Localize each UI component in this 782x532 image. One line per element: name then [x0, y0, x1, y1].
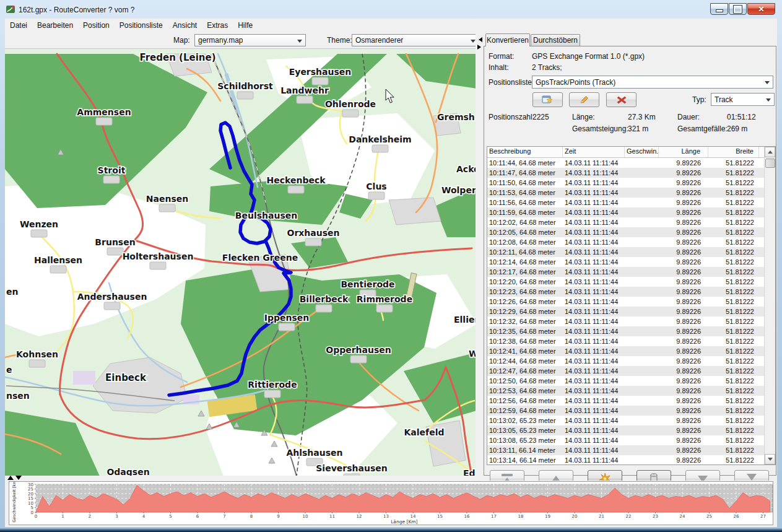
column-header[interactable]: Beschreibung	[487, 147, 563, 157]
delete-positionlist-button[interactable]	[606, 92, 636, 107]
table-row[interactable]: 10:12:38, 64.68 meter14.03.11 11:11:449.…	[487, 336, 775, 346]
column-header[interactable]: Länge	[659, 147, 708, 157]
village-marker	[29, 360, 45, 367]
svg-text:23: 23	[653, 514, 658, 519]
typ-label: Typ:	[692, 95, 706, 104]
scroll-down-button[interactable]	[765, 454, 775, 464]
map-place-label: Wi	[469, 349, 476, 359]
table-row[interactable]: 10:11:44, 64.68 meter14.03.11 11:11:449.…	[487, 158, 775, 168]
table-cell	[625, 326, 659, 336]
table-row[interactable]: 10:13:02, 65.23 meter14.03.11 11:11:449.…	[487, 416, 775, 425]
table-row[interactable]: 10:12:29, 64.68 meter14.03.11 11:11:449.…	[487, 307, 775, 316]
table-row[interactable]: 10:11:56, 64.68 meter14.03.11 11:11:449.…	[487, 198, 775, 207]
menu-bearbeiten[interactable]: Bearbeiten	[32, 20, 78, 31]
column-header[interactable]: Zeit	[563, 147, 625, 157]
table-cell: 51.81222	[708, 326, 759, 336]
menu-positionsliste[interactable]: Positionsliste	[115, 20, 168, 31]
vertical-splitter[interactable]	[476, 32, 483, 476]
table-row[interactable]: 10:12:41, 64.68 meter14.03.11 11:11:449.…	[487, 346, 775, 356]
positionszahl-value: 2225	[532, 113, 549, 121]
positions-table[interactable]: BeschreibungZeitGeschwin...LängeBreite 1…	[487, 146, 776, 465]
close-button[interactable]: ✕	[747, 3, 775, 15]
table-cell: 51.81222	[708, 267, 759, 277]
map-select[interactable]: germany.map	[194, 34, 306, 46]
arrow-down-icon	[768, 458, 773, 463]
table-cell: 9.89226	[659, 445, 708, 455]
table-cell: 9.89226	[659, 307, 708, 316]
rename-positionlist-button[interactable]	[569, 92, 599, 107]
laenge-label: Länge:	[572, 113, 595, 121]
menu-hilfe[interactable]: Hilfe	[233, 20, 258, 31]
table-row[interactable]: 10:12:47, 64.68 meter14.03.11 11:11:449.…	[487, 366, 775, 376]
table-cell: 10:12:17, 64.68 meter	[487, 267, 563, 277]
svg-text:10: 10	[28, 501, 33, 506]
table-row[interactable]: 10:12:35, 64.68 meter14.03.11 11:11:449.…	[487, 326, 775, 336]
table-cell	[625, 307, 659, 316]
table-row[interactable]: 10:12:44, 64.68 meter14.03.11 11:11:449.…	[487, 356, 775, 366]
table-row[interactable]: 10:12:14, 64.68 meter14.03.11 11:11:449.…	[487, 257, 775, 267]
table-row[interactable]: 10:12:08, 64.68 meter14.03.11 11:11:449.…	[487, 237, 775, 247]
table-row[interactable]: 10:13:08, 65.23 meter14.03.11 11:11:449.…	[487, 435, 775, 445]
map-place-label: Landwehr	[280, 85, 329, 95]
theme-select[interactable]: Osmarenderer	[352, 34, 479, 46]
collapse-down-icon[interactable]	[15, 476, 22, 480]
table-cell: 10:12:41, 64.68 meter	[487, 346, 563, 356]
typ-select[interactable]: Track	[711, 93, 775, 106]
table-row[interactable]: 10:12:32, 64.68 meter14.03.11 11:11:449.…	[487, 316, 775, 326]
table-row[interactable]: 10:12:11, 64.68 meter14.03.11 11:11:449.…	[487, 247, 775, 257]
table-row[interactable]: 10:12:59, 64.68 meter14.03.11 11:11:449.…	[487, 406, 775, 416]
svg-text:0: 0	[35, 514, 37, 519]
table-row[interactable]: 10:12:17, 64.68 meter14.03.11 11:11:449.…	[487, 267, 775, 277]
tab-konvertieren[interactable]: Konvertieren	[485, 33, 530, 46]
table-row[interactable]: 10:12:53, 64.68 meter14.03.11 11:11:449.…	[487, 386, 775, 396]
table-row[interactable]: 10:11:53, 64.68 meter14.03.11 11:11:449.…	[487, 188, 775, 198]
table-cell: 10:12:11, 64.68 meter	[487, 247, 563, 257]
menu-position[interactable]: Position	[78, 20, 115, 31]
table-row[interactable]: 10:12:56, 64.68 meter14.03.11 11:11:449.…	[487, 396, 775, 406]
minimize-button[interactable]	[710, 3, 728, 15]
table-row[interactable]: 10:11:47, 64.68 meter14.03.11 11:11:449.…	[487, 168, 775, 178]
table-row[interactable]: 10:12:20, 64.68 meter14.03.11 11:11:449.…	[487, 277, 775, 287]
map-place-label: Bentierode	[341, 279, 394, 289]
map-view[interactable]: Freden (Leine)SchildhorstEyershausenLand…	[5, 48, 476, 476]
table-row[interactable]: 10:12:26, 64.68 meter14.03.11 11:11:449.…	[487, 297, 775, 307]
tab-durchstoebern[interactable]: Durchstöbern	[531, 34, 580, 46]
table-row[interactable]: 10:13:05, 65.23 meter14.03.11 11:11:449.…	[487, 425, 775, 435]
table-cell: 14.03.11 11:11:44	[563, 267, 625, 277]
table-row[interactable]: 10:11:50, 64.68 meter14.03.11 11:11:449.…	[487, 178, 775, 188]
table-cell	[625, 178, 659, 188]
column-header[interactable]: Breite	[708, 147, 759, 157]
titlebar[interactable]: 162t.gpx - RouteConverter ? vom ? ✕	[0, 0, 782, 19]
scrollbar-thumb[interactable]	[765, 159, 775, 168]
scroll-up-button[interactable]	[765, 147, 775, 157]
menu-datei[interactable]: Datei	[5, 20, 32, 31]
new-positionlist-button[interactable]	[532, 92, 563, 107]
svg-text:15: 15	[28, 496, 33, 501]
table-cell: 9.89226	[659, 366, 708, 376]
positionsliste-select[interactable]: GpsTrack/Points (Track)	[532, 76, 773, 89]
collapse-up-icon[interactable]	[7, 476, 14, 480]
table-cell: 10:13:11, 66.14 meter	[487, 445, 563, 455]
table-row[interactable]: 10:13:14, 66.14 meter14.03.11 11:11:449.…	[487, 455, 775, 465]
arrow-up-icon	[768, 148, 773, 154]
maximize-button[interactable]	[729, 3, 747, 15]
table-cell	[625, 257, 659, 267]
table-row[interactable]: 10:12:05, 64.68 meter14.03.11 11:11:449.…	[487, 227, 775, 237]
svg-text:5: 5	[31, 505, 33, 510]
x-tick-labels: 0123456789101112131415161718192021222324…	[35, 514, 766, 519]
inhalt-value: 2 Tracks;	[532, 63, 562, 72]
menu-extras[interactable]: Extras	[202, 20, 233, 31]
table-row[interactable]: 10:12:02, 64.68 meter14.03.11 11:11:449.…	[487, 217, 775, 227]
column-header[interactable]: Geschwin...	[625, 147, 659, 157]
map-place-label: Kohnsen	[16, 349, 58, 359]
gefaelle-label: Gesamtgefälle:	[677, 124, 728, 133]
table-cell: 51.81222	[708, 386, 759, 396]
table-row[interactable]: 10:12:23, 64.68 meter14.03.11 11:11:449.…	[487, 287, 775, 297]
svg-text:21: 21	[599, 514, 604, 519]
table-row[interactable]: 10:11:59, 64.68 meter14.03.11 11:11:449.…	[487, 207, 775, 217]
table-scrollbar[interactable]	[764, 147, 775, 464]
table-row[interactable]: 10:12:50, 64.68 meter14.03.11 11:11:449.…	[487, 376, 775, 386]
table-row[interactable]: 10:13:11, 66.14 meter14.03.11 11:11:449.…	[487, 445, 775, 455]
collapse-left-icon[interactable]	[476, 37, 482, 42]
menu-ansicht[interactable]: Ansicht	[168, 20, 202, 31]
